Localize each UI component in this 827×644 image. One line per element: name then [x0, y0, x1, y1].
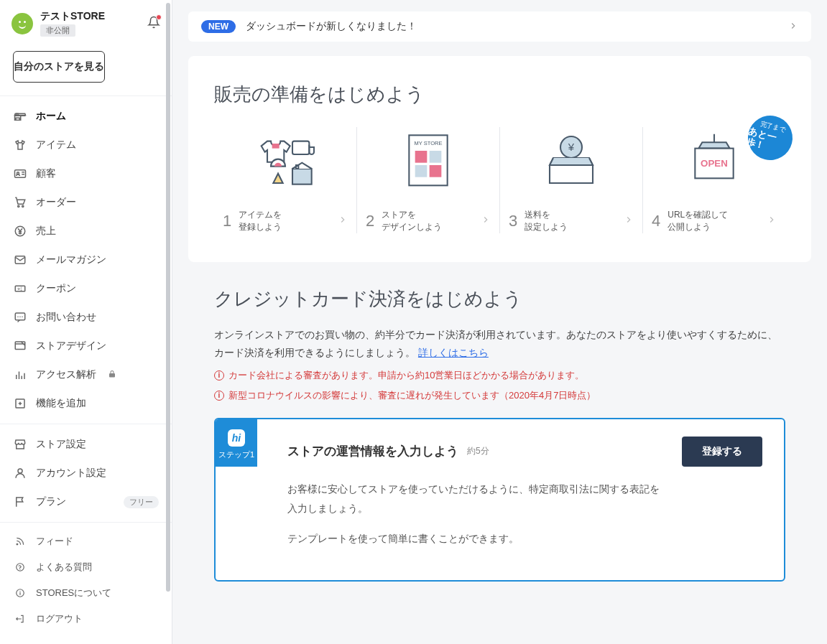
step-1[interactable]: 1 アイテムを登録しよう [214, 127, 356, 233]
sidebar-item-label: ホーム [36, 110, 66, 123]
cc-section: クレジットカード決済をはじめよう オンラインストアでのお買い物の、約半分でカード… [188, 286, 811, 402]
sidebar-item-label: STORESについて [36, 587, 111, 599]
sidebar-item-addfeature[interactable]: 機能を追加 [0, 389, 172, 418]
plan-badge: フリー [124, 496, 159, 508]
sidebar-item-account-settings[interactable]: アカウント設定 [0, 459, 172, 487]
step-label: 送料を設定しよう [525, 209, 616, 233]
sidebar-item-mailmag[interactable]: メールマガジン [0, 246, 172, 274]
rss-icon [13, 534, 27, 549]
news-banner[interactable]: NEW ダッシュボードが新しくなりました！ [188, 11, 811, 42]
cc-warning-1: i カード会社による審査があります。申請から約10営業日ほどかかる場合があります… [214, 369, 785, 382]
shirt-icon [13, 138, 27, 152]
chevron-right-icon [788, 21, 798, 33]
step-label: URLを確認して公開しよう [667, 209, 759, 233]
cc-warning-2: i 新型コロナウイルスの影響により、審査に遅れが発生しています（2020年4月7… [214, 389, 785, 402]
svg-text:¥: ¥ [568, 141, 575, 153]
sidebar-item-label: アクセス解析 [36, 368, 96, 381]
sidebar-item-label: アカウント設定 [36, 467, 106, 480]
step-label: ストアをデザインしよう [382, 209, 473, 233]
storefront-icon [13, 437, 27, 452]
card-text: お客様に安心してストアを使っていただけるように、特定商取引法に関する表記を入力し… [287, 480, 661, 549]
sidebar-item-design[interactable]: ストアデザイン [0, 332, 172, 360]
sidebar-item-inquiry[interactable]: お問い合わせ [0, 303, 172, 332]
svg-rect-16 [292, 169, 312, 185]
info-warn-icon: i [214, 391, 224, 401]
cc-title: クレジットカード決済をはじめよう [214, 286, 785, 312]
svg-rect-20 [430, 151, 442, 163]
sidebar-item-label: ログアウト [36, 612, 83, 625]
store-name: テストSTORE [40, 10, 140, 23]
svg-rect-14 [272, 144, 279, 149]
sidebar-item-label: ストアデザイン [36, 340, 106, 353]
card-title: ストアの運営情報を入力しよう [287, 443, 458, 459]
step1-card: hi ステップ1 ストアの運営情報を入力しよう 約5分 登録する お客様に安心し… [214, 418, 785, 582]
new-badge: NEW [201, 20, 236, 33]
sidebar-item-plan[interactable]: プラン フリー [0, 487, 172, 516]
coupon-icon [13, 281, 27, 296]
svg-text:OPEN: OPEN [701, 158, 728, 169]
lock-icon [108, 369, 116, 381]
yen-icon [13, 224, 27, 238]
sidebar-item-label: プラン [36, 495, 66, 508]
step-2[interactable]: MY STORE 2 ストアをデザインしよう [356, 127, 499, 233]
step-num: 3 [509, 212, 517, 230]
sidebar-item-label: 顧客 [36, 167, 56, 180]
svg-rect-6 [15, 286, 25, 291]
sidebar-item-label: お問い合わせ [36, 311, 96, 324]
svg-point-10 [18, 469, 22, 473]
step-3[interactable]: ¥ 3 送料を設定しよう [499, 127, 642, 233]
notification-icon[interactable] [147, 16, 160, 31]
sidebar-item-label: アイテム [36, 139, 76, 151]
view-store-button[interactable]: 自分のストアを見る [13, 51, 105, 83]
plus-icon [13, 396, 27, 411]
cc-body: オンラインストアでのお買い物の、約半分でカード決済が利用されています。あなたのス… [214, 326, 785, 362]
step-flag: hi ステップ1 [216, 419, 257, 467]
register-button[interactable]: 登録する [682, 437, 762, 467]
mail-icon [13, 253, 27, 267]
sidebar-item-customers[interactable]: 顧客 [0, 159, 172, 188]
step-4[interactable]: 完了まで あと一歩！ OPEN 4 URLを確認して公開しよう [642, 127, 785, 233]
svg-text:MY STORE: MY STORE [415, 140, 443, 146]
design-icon [13, 339, 27, 353]
step-num: 4 [652, 212, 660, 230]
sidebar-scrollbar[interactable] [165, 0, 172, 644]
step-4-illustration: OPEN [678, 127, 750, 192]
almost-done-badge: 完了まで あと一歩！ [743, 111, 797, 164]
logout-icon [13, 612, 27, 626]
sidebar-item-label: よくある質問 [36, 561, 92, 574]
sidebar-item-coupon[interactable]: クーポン [0, 274, 172, 303]
svg-rect-19 [415, 151, 428, 163]
sidebar-item-logout[interactable]: ログアウト [0, 606, 172, 632]
main: NEW ダッシュボードが新しくなりました！ 販売の準備をはじめよう 1 アイテム… [172, 0, 827, 644]
chevron-right-icon [481, 215, 491, 227]
svg-rect-8 [15, 342, 25, 350]
cc-link[interactable]: 詳しくはこちら [418, 347, 489, 358]
info-warn-icon: i [214, 370, 224, 381]
nav-section-footer: フィード よくある質問 STORESについて ログアウト [0, 522, 172, 638]
sidebar-item-label: 売上 [36, 225, 56, 238]
chevron-right-icon [338, 215, 348, 227]
sidebar-item-sales[interactable]: 売上 [0, 217, 172, 246]
nav-section-main: ホーム アイテム 顧客 オーダー 売上 メールマガジン [0, 95, 172, 424]
id-icon [13, 167, 27, 181]
sidebar-item-items[interactable]: アイテム [0, 131, 172, 159]
sidebar-item-feed[interactable]: フィード [0, 528, 172, 554]
sidebar-item-orders[interactable]: オーダー [0, 188, 172, 217]
sidebar-item-about[interactable]: STORESについて [0, 580, 172, 606]
info-icon [13, 586, 27, 600]
user-icon [13, 466, 27, 480]
sidebar-item-store-settings[interactable]: ストア設定 [0, 430, 172, 459]
banner-text: ダッシュボードが新しくなりました！ [246, 20, 778, 33]
avatar [11, 13, 33, 34]
chart-icon [13, 368, 27, 382]
svg-point-11 [17, 543, 18, 545]
step-2-illustration: MY STORE [392, 127, 464, 192]
svg-rect-15 [292, 141, 309, 154]
sidebar-item-faq[interactable]: よくある質問 [0, 554, 172, 580]
hi-icon: hi [228, 429, 245, 447]
sidebar-item-home[interactable]: ホーム [0, 102, 172, 131]
prep-panel: 販売の準備をはじめよう 1 アイテムを登録しよう MY STORE [188, 56, 811, 262]
sidebar-item-analytics[interactable]: アクセス解析 [0, 360, 172, 389]
svg-point-3 [22, 205, 24, 207]
sidebar-item-label: ストア設定 [36, 438, 86, 451]
